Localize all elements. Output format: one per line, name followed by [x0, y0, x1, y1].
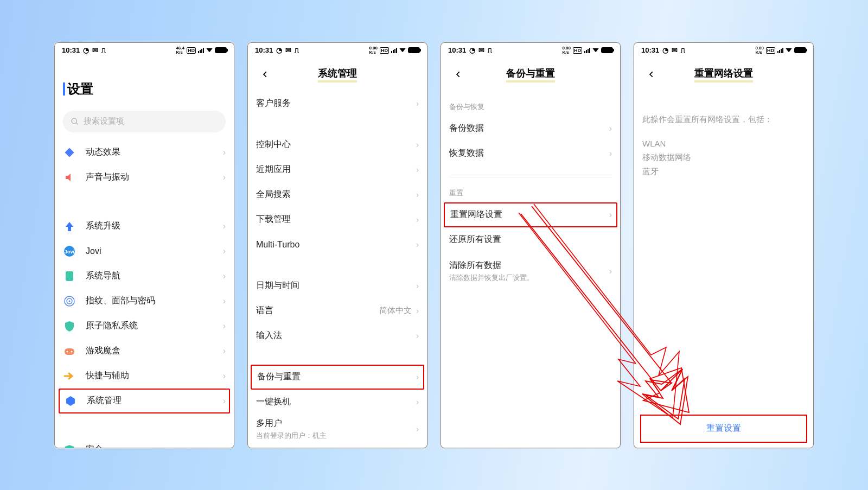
- usb-icon: ⎍: [101, 46, 106, 54]
- row-customer-service[interactable]: 客户服务›: [256, 91, 419, 116]
- row-label: 声音与振动: [86, 171, 223, 183]
- back-button[interactable]: [256, 63, 275, 86]
- status-time: 10:31: [62, 46, 80, 54]
- mail-icon: ✉: [672, 46, 678, 54]
- hd-icon: HD: [380, 47, 389, 54]
- row-label: 备份与重置: [257, 371, 416, 383]
- chevron-right-icon: ›: [223, 396, 226, 406]
- row-dynamic-effects[interactable]: 动态效果 ›: [63, 140, 226, 165]
- back-button[interactable]: [449, 63, 468, 86]
- chevron-right-icon: ›: [416, 331, 419, 341]
- row-label: 快捷与辅助: [86, 370, 223, 381]
- row-multi-turbo[interactable]: Multi-Turbo›: [256, 232, 419, 257]
- row-label: 全局搜索: [256, 189, 416, 200]
- row-jovi[interactable]: Jovi Jovi ›: [63, 239, 226, 264]
- section-reset: 重置: [449, 188, 612, 198]
- row-label: 系统升级: [86, 220, 223, 232]
- row-backup-data[interactable]: 备份数据›: [449, 116, 612, 141]
- row-date-time[interactable]: 日期与时间›: [256, 273, 419, 298]
- chevron-right-icon: ›: [223, 271, 226, 281]
- row-one-click-switch[interactable]: 一键换机›: [256, 390, 419, 415]
- reset-item-bluetooth: 蓝牙: [642, 164, 805, 179]
- row-system-upgrade[interactable]: 系统升级 ›: [63, 214, 226, 239]
- svg-rect-9: [65, 348, 74, 355]
- screen-3: 10:31◔✉⎍ 0.00K/sHD 备份与重置 备份与恢复 备份数据› 恢复数…: [440, 42, 621, 449]
- back-button[interactable]: [642, 63, 661, 86]
- wifi-icon: [206, 48, 213, 53]
- chevron-right-icon: ›: [223, 173, 226, 182]
- row-label: 一键换机: [256, 396, 416, 408]
- chevron-right-icon: ›: [416, 215, 419, 225]
- svg-marker-12: [66, 396, 75, 406]
- chevron-right-icon: ›: [416, 372, 419, 382]
- row-input-method[interactable]: 输入法›: [256, 323, 419, 348]
- row-reset-network[interactable]: 重置网络设置›: [444, 202, 617, 227]
- reset-button-highlight: 重置设置: [640, 415, 807, 443]
- row-recent-apps[interactable]: 近期应用›: [256, 157, 419, 182]
- chevron-right-icon: ›: [416, 190, 419, 200]
- search-input[interactable]: 搜索设置项: [63, 111, 226, 132]
- subheader: 系统管理: [256, 59, 419, 91]
- arrow-icon: [63, 370, 76, 383]
- row-biometrics[interactable]: 指纹、面部与密码 ›: [63, 289, 226, 314]
- jovi-icon: Jovi: [63, 245, 76, 258]
- signal-icon: [777, 48, 783, 53]
- row-sublabel: 当前登录的用户：机主: [256, 431, 416, 441]
- chevron-right-icon: ›: [223, 246, 226, 256]
- compass-icon: ◔: [469, 46, 475, 54]
- wifi-icon: [399, 48, 406, 53]
- status-time: 10:31: [641, 46, 659, 54]
- page-title: 备份与重置: [506, 67, 555, 82]
- row-multi-user[interactable]: 多用户 当前登录的用户：机主 ›: [256, 415, 419, 444]
- reset-button[interactable]: 重置设置: [706, 423, 741, 434]
- row-download-manager[interactable]: 下载管理›: [256, 207, 419, 232]
- chevron-right-icon: ›: [609, 149, 612, 158]
- row-clear-all[interactable]: 清除所有数据 清除数据并恢复出厂设置。 ›: [449, 257, 612, 286]
- chevron-right-icon: ›: [223, 296, 226, 306]
- screen-4: 10:31◔✉⎍ 0.00K/sHD 重置网络设置 此操作会重置所有网络设置，包…: [633, 42, 814, 449]
- row-label: 指纹、面部与密码: [86, 295, 223, 307]
- row-label: 安全: [86, 444, 223, 448]
- row-accessibility[interactable]: 快捷与辅助 ›: [63, 364, 226, 389]
- mail-icon: ✉: [478, 46, 484, 54]
- row-language[interactable]: 语言简体中文›: [256, 298, 419, 323]
- row-control-center[interactable]: 控制中心›: [256, 132, 419, 157]
- row-restore-data[interactable]: 恢复数据›: [449, 141, 612, 166]
- usb-icon: ⎍: [488, 46, 492, 54]
- shield-check-icon: [63, 443, 76, 448]
- chevron-right-icon: ›: [223, 346, 226, 356]
- row-game-box[interactable]: 游戏魔盒 ›: [63, 339, 226, 364]
- reset-description: 此操作会重置所有网络设置，包括：: [642, 113, 805, 126]
- wifi-icon: [786, 48, 792, 53]
- chevron-right-icon: ›: [416, 306, 419, 316]
- compass-icon: ◔: [662, 46, 668, 54]
- row-label: 近期应用: [256, 164, 416, 175]
- row-label: 游戏魔盒: [86, 345, 223, 357]
- row-global-search[interactable]: 全局搜索›: [256, 182, 419, 207]
- row-system-nav[interactable]: 系统导航 ›: [63, 264, 226, 289]
- row-sound-vibration[interactable]: 声音与振动 ›: [63, 165, 226, 190]
- search-icon: [71, 117, 79, 126]
- row-label: 输入法: [256, 330, 416, 341]
- screen-2: 10:31◔✉⎍ 0.00K/sHD 系统管理 客户服务› 控制中心› 近期应用…: [247, 42, 428, 449]
- row-security[interactable]: 安全 ›: [63, 437, 226, 448]
- row-privacy[interactable]: 原子隐私系统 ›: [63, 314, 226, 339]
- row-label: 还原所有设置: [449, 234, 612, 245]
- row-label: 控制中心: [256, 139, 416, 150]
- chevron-right-icon: ›: [609, 210, 612, 220]
- chevron-right-icon: ›: [223, 445, 226, 448]
- chevron-right-icon: ›: [223, 148, 226, 157]
- row-backup-reset[interactable]: 备份与重置›: [251, 365, 424, 390]
- row-label: 原子隐私系统: [86, 320, 223, 332]
- wifi-icon: [592, 48, 599, 53]
- hex-icon: [64, 394, 77, 408]
- row-system-management[interactable]: 系统管理 ›: [59, 389, 230, 413]
- row-label: 系统导航: [86, 270, 223, 282]
- battery-icon: [215, 47, 227, 53]
- row-reset-all[interactable]: 还原所有设置: [449, 227, 612, 252]
- upgrade-icon: [63, 220, 76, 233]
- svg-rect-2: [65, 148, 74, 157]
- row-value: 简体中文: [379, 306, 412, 316]
- signal-icon: [198, 48, 204, 53]
- status-bar: 10:31◔✉⎍ 0.00K/sHD: [247, 42, 427, 59]
